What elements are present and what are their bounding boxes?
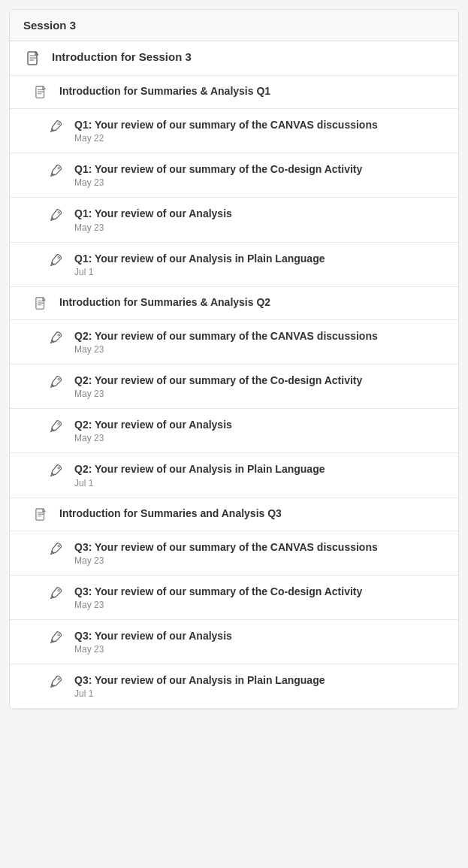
survey-icon (49, 541, 64, 556)
doc-icon-wrap (23, 50, 44, 66)
item-content-q3-1: Q3: Your review of our summary of the Co… (74, 585, 445, 610)
section-intro-content-q3: Introduction for Summaries and Analysis … (59, 507, 445, 519)
session-intro-row[interactable]: Introduction for Session 3 (10, 41, 458, 76)
svg-point-14 (58, 634, 60, 636)
section-intro-title-q3: Introduction for Summaries and Analysis … (59, 507, 445, 519)
survey-icon (49, 463, 64, 478)
doc-icon-wrap-q2 (31, 296, 52, 310)
item-title: Q1: Your review of our summary of the CA… (74, 118, 445, 132)
section-intro-row-q1[interactable]: Introduction for Summaries & Analysis Q1 (10, 76, 458, 109)
item-date: May 22 (74, 133, 445, 144)
item-content-q3-0: Q3: Your review of our summary of the CA… (74, 540, 445, 566)
survey-icon (49, 630, 64, 645)
rocket-icon-wrap (46, 207, 67, 222)
svg-point-9 (58, 423, 60, 425)
item-content-q2-0: Q2: Your review of our summary of the CA… (74, 329, 445, 355)
item-title: Q2: Your review of our summary of the CA… (74, 329, 445, 343)
list-item-q2-1[interactable]: Q2: Your review of our summary of the Co… (10, 364, 458, 409)
item-title: Q3: Your review of our summary of the CA… (74, 540, 445, 554)
survey-icon (49, 674, 64, 689)
item-title: Q2: Your review of our Analysis in Plain… (74, 462, 445, 476)
svg-point-5 (58, 256, 60, 259)
section-intro-content-q2: Introduction for Summaries & Analysis Q2 (59, 296, 445, 308)
item-content-q1-0: Q1: Your review of our summary of the CA… (74, 118, 445, 144)
doc-icon-wrap-q1 (31, 85, 52, 99)
item-content-q3-3: Q3: Your review of our Analysis in Plain… (74, 673, 445, 699)
session-intro-title: Introduction for Session 3 (52, 50, 445, 63)
list-item-q1-3[interactable]: Q1: Your review of our Analysis in Plain… (10, 243, 458, 287)
section-intro-row-q2[interactable]: Introduction for Summaries & Analysis Q2 (10, 287, 458, 320)
survey-icon (49, 419, 64, 434)
survey-icon (49, 163, 64, 178)
item-date: Jul 1 (74, 478, 445, 488)
item-content-q1-1: Q1: Your review of our summary of the Co… (74, 162, 445, 188)
item-title: Q2: Your review of our summary of the Co… (74, 374, 445, 387)
item-date: May 23 (74, 389, 445, 399)
survey-icon (49, 585, 64, 600)
item-date: May 23 (74, 600, 445, 610)
item-title: Q3: Your review of our Analysis (74, 629, 445, 643)
list-item-q2-0[interactable]: Q2: Your review of our summary of the CA… (10, 320, 458, 364)
list-item-q1-2[interactable]: Q1: Your review of our Analysis May 23 (10, 198, 458, 242)
rocket-icon-wrap (46, 585, 67, 600)
survey-icon (49, 374, 64, 389)
list-item-q1-0[interactable]: Q1: Your review of our summary of the CA… (10, 109, 458, 153)
svg-point-3 (58, 168, 60, 170)
document-icon (35, 86, 47, 99)
rocket-icon-wrap (46, 162, 67, 178)
item-date: May 23 (74, 177, 445, 188)
svg-point-4 (58, 212, 60, 214)
item-date: May 23 (74, 433, 445, 443)
rocket-icon-wrap (46, 673, 67, 689)
list-item-q2-2[interactable]: Q2: Your review of our Analysis May 23 (10, 409, 458, 453)
item-title: Q2: Your review of our Analysis (74, 418, 445, 431)
list-item-q2-3[interactable]: Q2: Your review of our Analysis in Plain… (10, 453, 458, 498)
svg-point-12 (58, 545, 60, 547)
session-container: Session 3 Introduction for Session 3 (9, 9, 459, 709)
list-item-q3-1[interactable]: Q3: Your review of our summary of the Co… (10, 576, 458, 620)
section-intro-title-q2: Introduction for Summaries & Analysis Q2 (59, 296, 445, 308)
item-date: May 23 (74, 344, 445, 355)
list-item-q1-1[interactable]: Q1: Your review of our summary of the Co… (10, 153, 458, 198)
rocket-icon-wrap (46, 118, 67, 134)
list-item-q3-2[interactable]: Q3: Your review of our Analysis May 23 (10, 620, 458, 664)
session-intro-content: Introduction for Session 3 (52, 50, 445, 63)
svg-point-15 (58, 678, 60, 680)
item-content-q1-3: Q1: Your review of our Analysis in Plain… (74, 252, 445, 277)
list-item-q3-3[interactable]: Q3: Your review of our Analysis in Plain… (10, 664, 458, 709)
section-intro-title-q1: Introduction for Summaries & Analysis Q1 (59, 85, 445, 97)
item-content-q2-1: Q2: Your review of our summary of the Co… (74, 374, 445, 399)
survey-icon (49, 119, 64, 134)
sections-list: Introduction for Summaries & Analysis Q1… (10, 76, 458, 709)
document-icon (35, 297, 47, 310)
item-date: May 23 (74, 555, 445, 566)
item-title: Q3: Your review of our Analysis in Plain… (74, 673, 445, 687)
document-icon (35, 508, 47, 522)
rocket-icon-wrap (46, 462, 67, 478)
session-title: Session 3 (23, 19, 76, 32)
item-title: Q1: Your review of our Analysis (74, 207, 445, 220)
section-intro-content-q1: Introduction for Summaries & Analysis Q1 (59, 85, 445, 97)
rocket-icon-wrap (46, 629, 67, 645)
rocket-icon-wrap (46, 374, 67, 389)
item-content-q2-2: Q2: Your review of our Analysis May 23 (74, 418, 445, 443)
survey-icon (49, 207, 64, 222)
item-content-q3-2: Q3: Your review of our Analysis May 23 (74, 629, 445, 655)
list-item-q3-0[interactable]: Q3: Your review of our summary of the CA… (10, 531, 458, 576)
rocket-icon-wrap (46, 329, 67, 345)
svg-point-13 (58, 589, 60, 591)
section-intro-row-q3[interactable]: Introduction for Summaries and Analysis … (10, 498, 458, 531)
survey-icon (49, 330, 64, 345)
item-title: Q1: Your review of our summary of the Co… (74, 162, 445, 176)
doc-icon-wrap-q3 (31, 507, 52, 522)
svg-point-8 (58, 378, 60, 380)
item-date: Jul 1 (74, 688, 445, 699)
rocket-icon-wrap (46, 252, 67, 268)
svg-point-2 (58, 122, 60, 125)
item-date: Jul 1 (74, 267, 445, 277)
item-content-q1-2: Q1: Your review of our Analysis May 23 (74, 207, 445, 232)
survey-icon (49, 253, 64, 268)
rocket-icon-wrap (46, 540, 67, 556)
item-title: Q3: Your review of our summary of the Co… (74, 585, 445, 598)
item-date: May 23 (74, 644, 445, 655)
